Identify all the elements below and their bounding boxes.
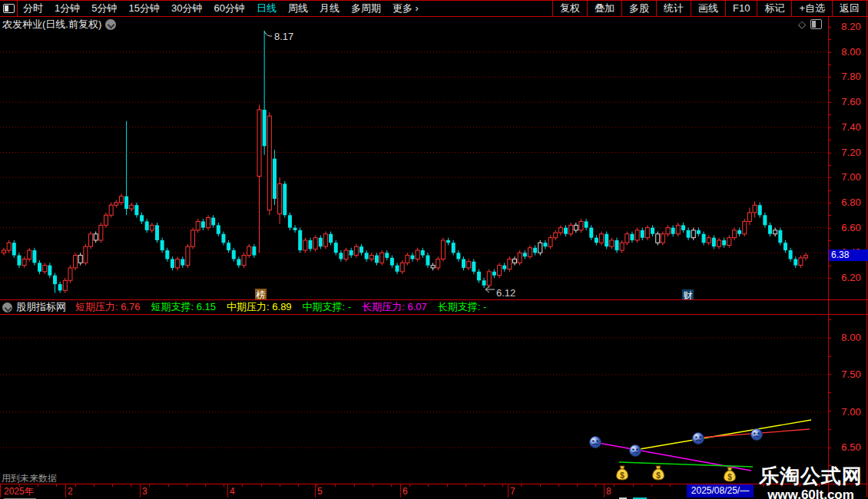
x-axis-tick	[354, 484, 355, 487]
x-axis-tick	[409, 484, 410, 487]
svg-text:$: $	[727, 473, 732, 481]
layout-toggle-button[interactable]	[0, 1, 18, 16]
x-axis-tick	[502, 484, 503, 487]
svg-text:财: 财	[684, 290, 693, 299]
candles-group	[2, 31, 808, 293]
x-axis-tick	[670, 484, 671, 487]
tool-button-7[interactable]: +自选	[791, 1, 832, 16]
x-axis-tick	[94, 484, 94, 487]
money-bag-icon: $	[653, 466, 664, 480]
x-axis-tick	[280, 484, 280, 487]
x-axis-tick	[428, 484, 429, 487]
watermark-url: www.60lt.com	[759, 487, 863, 499]
last-price-badge: 6.38	[829, 250, 868, 261]
x-axis-label: 6	[403, 486, 408, 497]
indicator-stats: 短期压力: 6.76短期支撑: 6.15中期压力: 6.89中期支撑: -长期压…	[75, 300, 486, 314]
y-axis-label: 7.60	[837, 97, 865, 107]
pane-icon[interactable]	[810, 19, 822, 29]
green-line	[619, 462, 753, 467]
period-tab-1[interactable]: 1分钟	[55, 1, 80, 16]
watermark-title: 乐淘公式网	[759, 463, 863, 490]
stock-app-window: 分时1分钟5分钟15分钟30分钟60分钟日线周线月线多周期更多 › 复权叠加多股…	[0, 0, 868, 499]
sad-face-icon	[630, 445, 641, 457]
y-axis-label: 8.20	[837, 21, 865, 32]
period-tab-10[interactable]: 更多 ›	[393, 1, 419, 16]
month-divider	[315, 484, 316, 497]
x-axis-tick	[75, 484, 76, 487]
period-tab-0[interactable]: 分时	[23, 1, 43, 16]
x-axis-tick	[168, 484, 169, 487]
price-annotations: 8.176.12	[264, 31, 515, 299]
y-axis-label: 6.80	[837, 197, 865, 208]
x-axis-tick	[465, 484, 466, 487]
period-tab-3[interactable]: 15分钟	[128, 1, 159, 16]
month-divider	[604, 484, 605, 497]
indicator-chart[interactable]: $$$	[0, 314, 828, 484]
tool-button-4[interactable]: 画线	[691, 1, 725, 16]
x-axis-tick	[242, 484, 243, 487]
indicator-stat-3: 中期支撑: -	[303, 300, 352, 314]
sub-chart-area[interactable]: $$$	[0, 314, 828, 484]
x-axis-tick	[651, 484, 652, 487]
y-axis-label: 7.00	[837, 407, 865, 418]
month-divider	[65, 484, 66, 497]
top-menu-bar: 分时1分钟5分钟15分钟30分钟60分钟日线周线月线多周期更多 › 复权叠加多股…	[0, 0, 868, 17]
x-axis-tick	[149, 484, 150, 487]
period-tab-5[interactable]: 60分钟	[214, 1, 244, 16]
svg-text:$: $	[656, 471, 661, 480]
period-tab-8[interactable]: 月线	[320, 1, 340, 16]
sad-face-icon	[751, 429, 763, 441]
candlestick-chart[interactable]: 8.176.12榜财	[0, 16, 828, 299]
split-window-icon	[3, 4, 15, 13]
x-axis-label: 2025年	[4, 486, 34, 497]
x-axis-label: 8	[606, 486, 611, 497]
sad-face-icon	[590, 437, 601, 448]
tools-menu: 复权叠加多股统计画线F10标记+自选返回	[552, 1, 867, 16]
tool-button-6[interactable]: 标记	[757, 1, 791, 16]
x-axis-tick	[38, 484, 38, 487]
period-tab-2[interactable]: 5分钟	[91, 1, 117, 16]
yellow-line	[635, 420, 811, 450]
month-divider	[508, 484, 509, 497]
sub-price-axis: 8.007.507.006.50	[828, 314, 868, 484]
tool-button-5[interactable]: F10	[725, 1, 757, 16]
y-axis-label: 7.50	[837, 369, 865, 380]
tool-button-1[interactable]: 叠加	[587, 1, 621, 16]
main-chart-area[interactable]: 8.176.12榜财 农发种业(日线.前复权) ◇	[0, 16, 828, 299]
month-divider	[227, 484, 228, 497]
x-axis-tick	[56, 484, 57, 487]
event-marker: 财	[682, 289, 694, 299]
collapse-chevron-icon[interactable]	[2, 302, 12, 312]
x-axis-tick	[131, 484, 131, 487]
diamond-icon[interactable]: ◇	[798, 18, 806, 30]
money-bag-icon: $	[617, 466, 628, 480]
money-bag-icon: $	[724, 468, 736, 481]
title-dropdown-icon[interactable]	[105, 19, 116, 30]
period-tab-7[interactable]: 周线	[288, 1, 308, 16]
month-divider	[140, 484, 141, 497]
x-axis-tick	[521, 484, 522, 487]
tool-button-0[interactable]: 复权	[552, 1, 587, 16]
chart-title-row: 农发种业(日线.前复权)	[2, 18, 116, 31]
date-axis[interactable]: 2025/08/25/— 2025年2345678	[0, 484, 867, 498]
tool-button-8[interactable]: 返回	[832, 1, 867, 16]
tool-button-3[interactable]: 统计	[656, 1, 691, 16]
x-axis-tick	[112, 484, 113, 487]
x-axis-tick	[224, 484, 224, 487]
svg-text:8.17: 8.17	[274, 31, 293, 42]
sad-face-icon	[693, 433, 704, 444]
x-axis-tick	[614, 484, 615, 487]
x-axis-tick	[298, 484, 299, 487]
x-axis-tick	[558, 484, 559, 487]
event-marker: 榜	[255, 289, 267, 299]
period-tab-9[interactable]: 多周期	[351, 1, 381, 16]
x-axis-tick	[373, 484, 373, 487]
x-axis-label: 3	[142, 486, 147, 497]
period-tab-4[interactable]: 30分钟	[171, 1, 202, 16]
x-axis-label: 7	[510, 486, 515, 497]
y-axis-label: 6.60	[837, 223, 865, 233]
y-axis-label: 8.00	[837, 332, 865, 343]
period-tab-6[interactable]: 日线	[257, 1, 277, 16]
x-axis-label: 4	[230, 486, 235, 497]
tool-button-2[interactable]: 多股	[621, 1, 656, 16]
